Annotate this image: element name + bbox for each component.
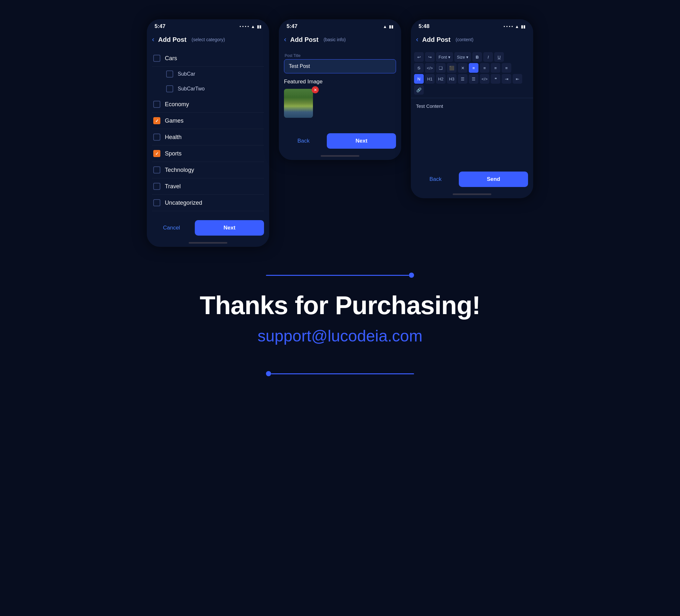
list-item[interactable]: Cars [152,50,264,67]
home-indicator-1 [189,242,227,244]
strikethrough-button[interactable]: S [414,63,424,73]
list-item[interactable]: Technology [152,162,264,178]
list-item[interactable]: Uncategorized [152,195,264,211]
checkbox-subcartwo[interactable] [166,85,173,92]
list-item[interactable]: Travel [152,178,264,195]
size-dropdown[interactable]: Size ▾ [454,52,471,62]
phone-basic-info: 5:47 ▲ ▮▮ ‹ Add Post (basic info) Post T… [279,19,401,160]
clear-format-button[interactable]: ✕ [458,63,468,73]
battery-icon: ▮▮ [257,24,261,29]
font-dropdown[interactable]: Font ▾ [436,52,453,62]
featured-image [284,89,313,118]
back-button-3[interactable]: Back [416,172,455,187]
status-bar-2: 5:47 ▲ ▮▮ [279,19,401,32]
next-button-1[interactable]: Next [195,220,264,236]
back-arrow-2[interactable]: ‹ [284,35,286,44]
bottom-bar-3: Back Send [411,168,533,191]
align-right-button[interactable]: ≡ [491,63,500,73]
toolbar-row-4: 🔗 [414,85,530,95]
back-button-2[interactable]: Back [284,133,323,149]
checkbox-travel[interactable] [153,183,160,190]
list-item[interactable]: SubCar [165,67,264,82]
indent-button[interactable]: ⇥ [502,74,511,84]
cancel-button[interactable]: Cancel [152,220,191,236]
back-arrow-1[interactable]: ‹ [152,35,154,44]
list-item[interactable]: Health [152,129,264,145]
normal-text-button[interactable]: N [414,74,424,84]
h1-button[interactable]: H1 [425,74,435,84]
label-subcartwo: SubCarTwo [178,86,205,92]
format-button[interactable]: ❏ [436,63,446,73]
list-item[interactable]: SubCarTwo [165,82,264,96]
post-title-input[interactable] [284,59,396,74]
checkbox-health[interactable] [153,134,160,141]
screen2-content: Post Title Featured Image ✕ [279,47,401,129]
outdent-button[interactable]: ⇤ [513,74,522,84]
status-bar-3: 5:48 • • • • ▲ ▮▮ [411,19,533,32]
top-bar-1: ‹ Add Post (select category) [147,32,269,47]
screen1-content: Cars SubCar SubCarTwo Economy [147,47,269,216]
underline-button[interactable]: U [494,52,504,62]
dots-icon-3: • • • • [504,24,513,29]
checkbox-games[interactable] [153,117,160,124]
screen3-title: Add Post [422,36,450,43]
code-button[interactable]: </> [425,63,435,73]
status-time-3: 5:48 [419,23,429,30]
checkbox-sports[interactable] [153,150,160,157]
wifi-icon-3: ▲ [515,24,519,29]
list-item[interactable]: Economy [152,96,264,113]
battery-icon-2: ▮▮ [389,24,393,29]
label-sports: Sports [165,150,181,157]
back-arrow-3[interactable]: ‹ [416,35,418,44]
bullet-list-button[interactable]: ☰ [458,74,468,84]
status-icons-3: • • • • ▲ ▮▮ [504,24,526,29]
sub-items-cars: SubCar SubCarTwo [152,67,264,96]
label-economy: Economy [165,101,189,108]
blockquote-button[interactable]: ❝ [491,74,500,84]
battery-icon-3: ▮▮ [521,24,526,29]
screen2-title: Add Post [290,36,318,43]
screen1-title: Add Post [158,36,187,43]
wifi-icon-2: ▲ [383,24,387,29]
phone-select-category: 5:47 • • • • ▲ ▮▮ ‹ Add Post (select cat… [147,19,269,247]
checkbox-cars[interactable] [153,55,160,62]
next-button-2[interactable]: Next [327,133,396,149]
checkbox-subcar[interactable] [166,70,173,78]
inline-code-button[interactable]: </> [480,74,489,84]
italic-button[interactable]: I [483,52,493,62]
h3-button[interactable]: H3 [447,74,457,84]
undo-button[interactable]: ↩ [414,52,424,62]
status-time-2: 5:47 [287,23,298,30]
h2-button[interactable]: H2 [436,74,446,84]
checkbox-uncategorized[interactable] [153,199,160,206]
top-bar-2: ‹ Add Post (basic info) [279,32,401,47]
send-button[interactable]: Send [459,172,528,187]
top-bar-3: ‹ Add Post (content) [411,32,533,47]
status-time-1: 5:47 [154,23,166,30]
list-item[interactable]: Games [152,113,264,129]
editor-area[interactable]: Test Content [411,98,533,163]
form-section: Post Title Featured Image ✕ [279,50,401,124]
toolbar-row-3: N H1 H2 H3 ☰ ☰ </> ❝ ⇥ ⇤ [414,74,530,84]
label-uncategorized: Uncategorized [165,200,202,206]
bottom-bar-1: Cancel Next [147,216,269,239]
thanks-title: Thanks for Purchasing! [200,291,480,320]
status-bar-1: 5:47 • • • • ▲ ▮▮ [147,19,269,32]
align-justify-button[interactable]: ≡ [502,63,511,73]
bottom-section: Thanks for Purchasing! support@lucodeia.… [0,272,680,376]
checkbox-technology[interactable] [153,167,160,173]
redo-button[interactable]: ↪ [425,52,435,62]
bold-button[interactable]: B [472,52,482,62]
highlight-button[interactable]: ⬛ [447,63,457,73]
align-left-button[interactable]: ≡ [469,63,478,73]
list-item[interactable]: Sports [152,145,264,162]
ordered-list-button[interactable]: ☰ [469,74,478,84]
label-technology: Technology [165,167,194,173]
support-email: support@lucodeia.com [258,327,422,345]
checkbox-economy[interactable] [153,101,160,108]
link-button[interactable]: 🔗 [414,85,424,95]
category-list: Cars SubCar SubCarTwo Economy [147,50,269,211]
align-center-button[interactable]: ≡ [480,63,489,73]
remove-image-button[interactable]: ✕ [312,86,319,93]
font-label: Font [438,55,447,60]
